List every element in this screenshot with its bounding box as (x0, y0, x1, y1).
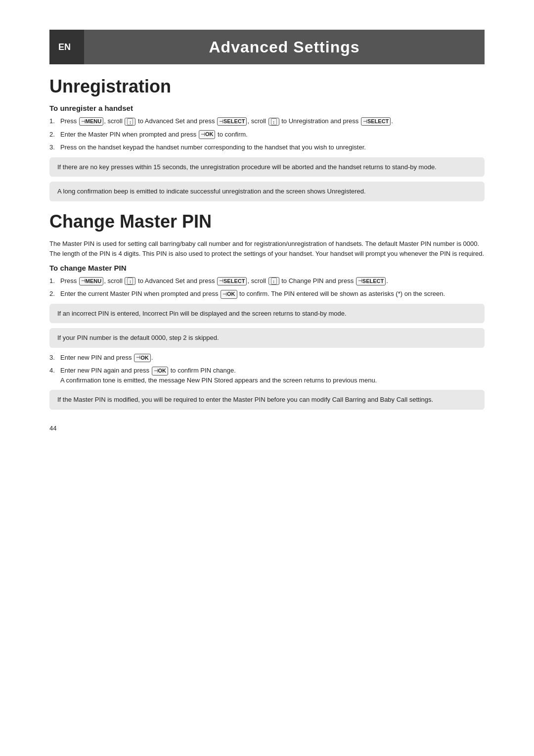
change-pin-note2: If your PIN number is the default 0000, … (49, 328, 485, 348)
change-pin-title: Change Master PIN (49, 211, 485, 232)
unregistration-note1: If there are no key presses within 15 se… (49, 157, 485, 177)
step-text: Enter the Master PIN when prompted and p… (60, 130, 485, 140)
select-button-icon: ⊣SELECT (217, 277, 247, 285)
step-item: 3. Enter new PIN and press ⊣OK. (49, 353, 485, 363)
select-button-icon: ⊣SELECT (217, 117, 247, 126)
ok-button-icon: ⊣OK (221, 290, 237, 298)
step-number: 2. (49, 289, 60, 299)
language-badge: EN (49, 30, 84, 64)
scroll-icon-1: ↕ (125, 277, 135, 285)
ok-button-icon: ⊣OK (199, 130, 216, 139)
change-master-pin-section: Change Master PIN The Master PIN is used… (49, 211, 485, 410)
header-bar: EN Advanced Settings (49, 30, 485, 64)
step-item: 1. Press ⊣MENU, scroll ↕ to Advanced Set… (49, 276, 485, 286)
step-item: 2. Enter the Master PIN when prompted an… (49, 130, 485, 140)
step-item: 2. Enter the current Master PIN when pro… (49, 289, 485, 299)
step-text: Enter new PIN again and press ⊣OK to con… (60, 366, 485, 385)
scroll-icon-2: ↕ (268, 277, 279, 285)
page-title: Advanced Settings (84, 38, 485, 56)
scroll-icon-1: ↕ (125, 118, 135, 126)
unregistration-section: Unregistration To unregister a handset 1… (49, 76, 485, 201)
change-pin-steps2: 3. Enter new PIN and press ⊣OK. 4. Enter… (49, 353, 485, 385)
change-pin-note3: If the Master PIN is modified, you will … (49, 390, 485, 410)
step-text: Press ⊣MENU, scroll ↕ to Advanced Set an… (60, 116, 485, 126)
unregistration-note2: A long confirmation beep is emitted to i… (49, 182, 485, 201)
step-number: 4. (49, 366, 60, 376)
step-number: 1. (49, 276, 60, 286)
ok-button-icon: ⊣OK (134, 354, 151, 362)
menu-button-icon: ⊣MENU (79, 117, 103, 126)
step-number: 3. (49, 353, 60, 363)
unregister-handset-subtitle: To unregister a handset (49, 104, 485, 112)
change-pin-intro: The Master PIN is used for setting call … (49, 239, 485, 259)
change-pin-note1: If an incorrect PIN is entered, Incorrec… (49, 304, 485, 324)
scroll-icon-2: ↕ (268, 118, 279, 126)
step-item: 1. Press ⊣MENU, scroll ↕ to Advanced Set… (49, 116, 485, 126)
step-number: 2. (49, 130, 60, 140)
step-text: Press ⊣MENU, scroll ↕ to Advanced Set an… (60, 276, 485, 286)
step-item: 3. Press on the handset keypad the hands… (49, 142, 485, 152)
page: EN Advanced Settings Unregistration To u… (0, 0, 534, 756)
step-item: 4. Enter new PIN again and press ⊣OK to … (49, 366, 485, 385)
menu-button-icon: ⊣MENU (79, 277, 103, 285)
step-number: 3. (49, 142, 60, 152)
select-button-icon-2: ⊣SELECT (361, 117, 391, 126)
select-button-icon-2: ⊣SELECT (356, 277, 386, 285)
step-number: 1. (49, 116, 60, 126)
page-number: 44 (49, 425, 485, 432)
unregistration-title: Unregistration (49, 76, 485, 97)
change-pin-steps1: 1. Press ⊣MENU, scroll ↕ to Advanced Set… (49, 276, 485, 299)
unregistration-steps: 1. Press ⊣MENU, scroll ↕ to Advanced Set… (49, 116, 485, 152)
step-text: Enter new PIN and press ⊣OK. (60, 353, 485, 363)
step-text: Press on the handset keypad the handset … (60, 142, 485, 152)
ok-button-icon: ⊣OK (152, 367, 169, 375)
change-master-pin-subtitle: To change Master PIN (49, 264, 485, 272)
step-text: Enter the current Master PIN when prompt… (60, 289, 485, 299)
